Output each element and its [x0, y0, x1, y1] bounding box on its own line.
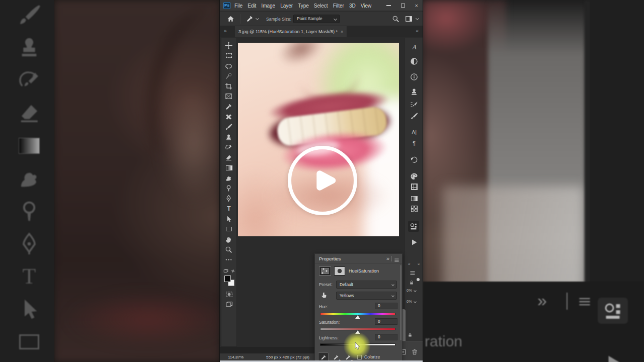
lock-icon[interactable]: [409, 278, 414, 283]
color-controls: [223, 268, 235, 274]
collapse-close-icons[interactable]: « ×: [408, 262, 423, 266]
document-tab[interactable]: 3.jpg @ 115% (Hue/Saturation 1, Layer Ma…: [235, 26, 347, 37]
search-icon[interactable]: [392, 15, 399, 23]
healing-brush-tool-icon[interactable]: [225, 113, 233, 121]
preset-select[interactable]: Default: [336, 281, 397, 289]
panel-character-icon[interactable]: A|: [410, 128, 418, 136]
lasso-tool-icon[interactable]: [225, 62, 233, 70]
default-colors-icon[interactable]: [223, 268, 228, 274]
frame-tool-icon[interactable]: [225, 93, 233, 100]
panel-scrollbar[interactable]: [400, 265, 401, 340]
panel-glyphs-icon[interactable]: A: [410, 43, 418, 51]
menu-file[interactable]: File: [234, 3, 243, 9]
panel-paragraph-icon[interactable]: ¶: [410, 139, 418, 147]
brush-tool-icon[interactable]: [225, 123, 233, 131]
panel-patterns-icon[interactable]: [410, 205, 418, 213]
channel-select[interactable]: Yellows: [336, 292, 397, 300]
panel-brushes-icon[interactable]: [410, 112, 418, 120]
panel-info-icon[interactable]: [410, 73, 418, 81]
home-icon[interactable]: [227, 15, 234, 23]
chevron-down-icon[interactable]: [416, 17, 419, 20]
panel-adjustments-icon[interactable]: [410, 57, 418, 65]
clone-stamp-tool-icon[interactable]: [225, 134, 233, 141]
eyedropper-tool-icon[interactable]: [225, 103, 233, 111]
panel-actions-icon[interactable]: [410, 238, 418, 246]
panel-menu-icon: [575, 295, 595, 311]
eraser-tool-icon[interactable]: [225, 154, 233, 161]
collapse-panels-icon[interactable]: «: [416, 28, 419, 34]
delete-layer-icon[interactable]: [411, 348, 418, 355]
preset-value: Default: [340, 282, 353, 287]
targeted-adjustment-icon[interactable]: [320, 292, 328, 299]
tab-close-icon[interactable]: ×: [341, 29, 343, 34]
panel-history-icon[interactable]: [410, 156, 418, 164]
menu-select[interactable]: Select: [314, 3, 328, 9]
hand-tool-icon[interactable]: [225, 236, 233, 243]
smudge-tool-icon[interactable]: [225, 174, 233, 182]
saturation-value-field[interactable]: 0: [375, 318, 397, 325]
photo-cheek-shadow: [238, 168, 288, 236]
minimize-button[interactable]: [386, 5, 391, 6]
panel-menu-icon[interactable]: [394, 256, 399, 261]
shape-tool-icon[interactable]: [225, 225, 233, 233]
panel-clone-source-icon[interactable]: [410, 88, 418, 96]
menu-image[interactable]: Image: [261, 3, 275, 9]
opacity-value[interactable]: 0%: [407, 288, 416, 293]
zoom-level[interactable]: 114,87%: [228, 355, 244, 359]
quick-mask-icon[interactable]: [225, 291, 233, 298]
close-button[interactable]: ×: [415, 0, 418, 11]
lightness-value-field[interactable]: 0: [375, 334, 397, 340]
channel-value: Yellows: [340, 293, 354, 298]
panel-swatches-icon[interactable]: [410, 183, 418, 191]
pen-tool-icon[interactable]: [225, 195, 233, 202]
sample-size-select[interactable]: Point Sample: [293, 15, 340, 23]
foreground-color-swatch[interactable]: [224, 276, 231, 282]
partial-label: ration: [425, 333, 462, 350]
document-tab-title: 3.jpg @ 115% (Hue/Saturation 1, Layer Ma…: [238, 29, 338, 34]
workspace-icon[interactable]: [405, 15, 413, 23]
panel-properties-icon[interactable]: [408, 221, 419, 232]
tool-icons: T: [221, 38, 236, 263]
menu-edit[interactable]: Edit: [248, 3, 256, 9]
panel-menu-icon[interactable]: [410, 269, 416, 275]
panel-color-icon[interactable]: [410, 172, 418, 180]
chevron-down-icon[interactable]: [256, 17, 259, 20]
window-controls: ×: [386, 0, 418, 11]
menu-type[interactable]: Type: [298, 3, 309, 9]
zoom-tool-icon[interactable]: [225, 246, 233, 253]
edit-toolbar-icon[interactable]: [225, 256, 233, 263]
hue-value-field[interactable]: 0: [375, 303, 397, 309]
gradient-tool-icon[interactable]: [225, 164, 233, 172]
screen-mode-icon[interactable]: [225, 301, 233, 308]
layer-mask-thumbnail[interactable]: [334, 266, 345, 276]
quick-selection-tool-icon[interactable]: [225, 72, 233, 80]
menu-view[interactable]: View: [361, 3, 372, 9]
play-button[interactable]: [288, 146, 357, 215]
menu-3d[interactable]: 3D: [349, 3, 356, 9]
hue-slider-thumb[interactable]: [355, 315, 360, 319]
menu-layer[interactable]: Layer: [280, 3, 293, 9]
type-tool-icon[interactable]: T: [225, 205, 233, 213]
fill-value[interactable]: 0%: [407, 299, 416, 304]
panel-brush-settings-icon[interactable]: [410, 101, 418, 109]
marquee-tool-icon[interactable]: [225, 52, 233, 59]
background-dim-overlay: [0, 0, 220, 362]
collapse-panel-icon[interactable]: »: [386, 255, 389, 261]
video-play-overlay[interactable]: [288, 146, 357, 215]
eyedropper-tool-icon[interactable]: [246, 15, 254, 23]
maximize-button[interactable]: [401, 4, 405, 8]
path-selection-tool-icon[interactable]: [225, 215, 233, 223]
history-brush-tool-icon[interactable]: [225, 144, 233, 151]
crop-tool-icon[interactable]: [225, 82, 233, 90]
dodge-tool-icon[interactable]: [225, 185, 233, 192]
lightness-label: Lightness:: [319, 335, 339, 340]
divider: [240, 14, 240, 24]
sample-size-value: Point Sample: [297, 16, 323, 21]
title-bar: Ps FileEditImageLayerTypeSelectFilter3DV…: [220, 0, 423, 11]
menu-filter[interactable]: Filter: [333, 3, 344, 9]
panel-gradients-icon[interactable]: [410, 195, 418, 203]
move-tool-icon[interactable]: [225, 42, 233, 49]
pasteboard-edge: [220, 347, 326, 353]
expand-panels-icon[interactable]: »: [224, 28, 227, 34]
swap-colors-icon[interactable]: [230, 268, 235, 274]
